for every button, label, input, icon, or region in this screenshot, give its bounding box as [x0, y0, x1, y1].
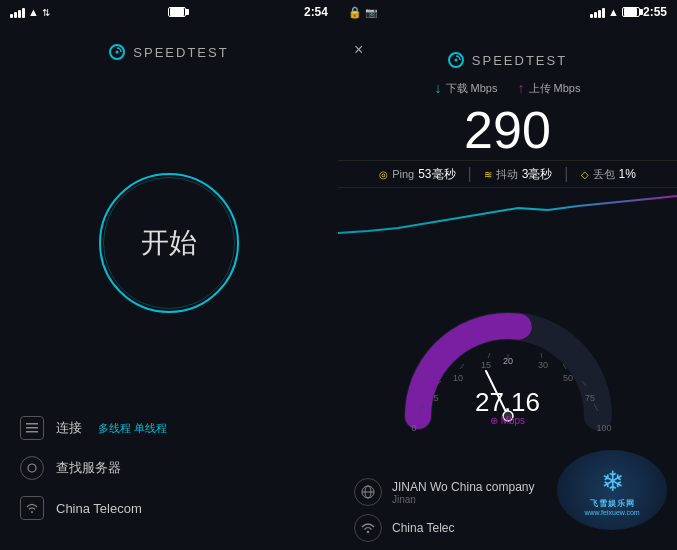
network-name: China Telec [392, 521, 454, 535]
server-text: JINAN Wo China company Jinan [392, 480, 535, 505]
right-signal-icon [590, 6, 605, 18]
ping-label: Ping [392, 168, 414, 180]
right-time: 2:55 [643, 5, 667, 19]
svg-line-21 [488, 353, 490, 358]
divider-1: | [468, 165, 472, 183]
svg-point-30 [367, 531, 369, 533]
svg-point-6 [454, 59, 457, 62]
upload-label: 上传 Mbps [529, 81, 581, 96]
packetloss-label: 丢包 [593, 167, 615, 182]
svg-rect-1 [26, 423, 38, 425]
left-time: 2:54 [304, 5, 328, 19]
globe-icon [354, 478, 382, 506]
jitter-label: 抖动 [496, 167, 518, 182]
svg-point-4 [28, 464, 36, 472]
speed-value-display: 27.16 ⊕ Mbps [475, 389, 540, 426]
wifi-icon: ▲ [28, 6, 39, 18]
speedometer: 0 5 10 15 20 30 50 75 100 [398, 276, 618, 436]
svg-text:5: 5 [433, 393, 438, 403]
svg-text:50: 50 [562, 373, 572, 383]
speedometer-unit-label: Mbps [501, 415, 525, 426]
upload-arrow-icon: ↑ [518, 80, 525, 96]
server-name: JINAN Wo China company [392, 480, 535, 494]
start-label: 开始 [141, 224, 197, 262]
server-option[interactable]: 查找服务器 [20, 456, 318, 480]
speedtest-logo-left [109, 44, 125, 60]
status-bar-right: 🔒 📷 ▲ 2:55 [338, 0, 677, 24]
right-title: SPEEDTEST [472, 53, 567, 68]
packetloss-stat: ◇ 丢包 1% [581, 167, 636, 182]
right-panel: 🔒 📷 ▲ 2:55 × [338, 0, 677, 550]
download-indicator: ↓ 下载 Mbps [435, 80, 498, 96]
server-label: 查找服务器 [56, 459, 121, 477]
connection-icon [20, 416, 44, 440]
close-button[interactable]: × [354, 41, 363, 59]
speed-indicators: ↓ 下载 Mbps ↑ 上传 Mbps [338, 76, 677, 100]
left-header: SPEEDTEST [109, 44, 228, 60]
right-wifi-icon: ▲ [608, 6, 619, 18]
svg-point-5 [31, 511, 33, 513]
data-icon: ⇅ [42, 7, 50, 18]
divider-2: | [564, 165, 568, 183]
ping-value: 53毫秒 [418, 166, 455, 183]
bottom-options: 连接 多线程 单线程 查找服务器 China Telecom [0, 396, 338, 550]
right-battery-icon [622, 7, 640, 17]
connection-label: 连接 [56, 419, 82, 437]
download-arrow-icon: ↓ [435, 80, 442, 96]
right-title-wrap: SPEEDTEST [448, 52, 567, 68]
svg-text:100: 100 [596, 423, 611, 433]
speedometer-value: 27.16 [475, 389, 540, 415]
network-label: China Telecom [56, 501, 142, 516]
right-status-right-icons: ▲ 2:55 [590, 5, 667, 19]
svg-line-23 [541, 353, 542, 358]
right-header: × SPEEDTEST [338, 24, 677, 76]
big-speed-display: 290 [338, 100, 677, 160]
start-circle-container: 开始 [99, 90, 239, 396]
svg-text:10: 10 [452, 373, 462, 383]
jitter-icon: ≋ [484, 169, 492, 180]
left-status-icons: ▲ ⇅ [10, 6, 50, 18]
svg-text:30: 30 [537, 360, 547, 370]
jitter-value: 3毫秒 [522, 166, 553, 183]
jitter-stat: ≋ 抖动 3毫秒 [484, 166, 553, 183]
ping-stat: ◎ Ping 53毫秒 [379, 166, 455, 183]
wifi-network-icon [354, 514, 382, 542]
photo-icon: 📷 [365, 7, 377, 18]
left-title: SPEEDTEST [133, 45, 228, 60]
stats-row: ◎ Ping 53毫秒 | ≋ 抖动 3毫秒 | ◇ 丢包 1% [338, 160, 677, 188]
svg-text:0: 0 [411, 423, 416, 433]
packetloss-icon: ◇ [581, 169, 589, 180]
download-label: 下载 Mbps [446, 81, 498, 96]
network-option[interactable]: China Telecom [20, 496, 318, 520]
signal-icon [10, 6, 25, 18]
status-bar-left: ▲ ⇅ 2:54 [0, 0, 338, 24]
svg-rect-2 [26, 427, 38, 429]
svg-line-20 [460, 364, 464, 369]
server-city: Jinan [392, 494, 535, 505]
battery-icon [168, 7, 186, 17]
server-icon [20, 456, 44, 480]
svg-point-0 [116, 51, 119, 54]
start-button[interactable]: 开始 [99, 173, 239, 313]
speedtest-logo-right [448, 52, 464, 68]
watermark: ❄ 飞雪娱乐网 www.feixuew.com [557, 450, 667, 530]
svg-text:75: 75 [584, 393, 594, 403]
speed-graph [338, 188, 677, 238]
svg-text:15: 15 [480, 360, 490, 370]
right-status-left-icons: 🔒 📷 [348, 6, 377, 19]
lock-icon: 🔒 [348, 6, 362, 19]
watermark-url: www.feixuew.com [584, 509, 639, 516]
left-panel: ▲ ⇅ 2:54 SPEEDTEST 开始 [0, 0, 338, 550]
packetloss-value: 1% [619, 167, 636, 181]
upload-indicator: ↑ 上传 Mbps [518, 80, 581, 96]
svg-rect-3 [26, 431, 38, 433]
connection-option[interactable]: 连接 多线程 单线程 [20, 416, 318, 440]
current-speed-value: 290 [464, 101, 551, 159]
watermark-icon: ❄ [601, 465, 624, 498]
ping-icon: ◎ [379, 169, 388, 180]
watermark-brand: 飞雪娱乐网 [590, 498, 635, 509]
wifi-option-icon [20, 496, 44, 520]
speedometer-section: 0 5 10 15 20 30 50 75 100 [338, 238, 677, 470]
network-text: China Telec [392, 521, 454, 535]
connection-sublabel: 多线程 单线程 [98, 421, 167, 436]
